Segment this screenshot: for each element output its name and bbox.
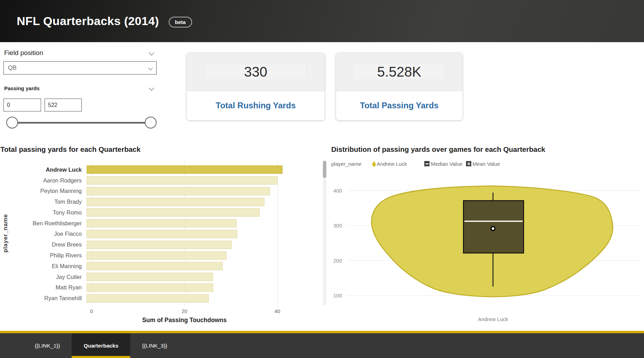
bar-row: Peyton Manning [0, 186, 294, 197]
kpi-link-rushing-yards[interactable]: Total Rushing Yards [187, 91, 325, 120]
bar-chart-plot-area: Andrew LuckAaron RodgersPeyton ManningTo… [0, 160, 294, 327]
bar-category-label: Tony Romo [0, 209, 87, 216]
page-tab-bar: {{LINK_1}} Quarterbacks {{LINK_3}} [0, 333, 644, 358]
kpi-link-passing-yards[interactable]: Total Passing Yards [336, 91, 462, 120]
kpi-card-passing-yards: 5.528K Total Passing Yards [336, 53, 462, 120]
violin-plot [331, 150, 644, 331]
bar[interactable] [87, 273, 213, 281]
bar-category-label: Jay Cutler [0, 274, 87, 280]
bar-row: Tom Brady [0, 196, 294, 207]
bar-row: Ryan Tannehill [0, 293, 294, 304]
dashboard: NFL Quarterbacks (2014) beta Field posit… [0, 0, 644, 358]
bar-row: Joe Flacco [0, 229, 294, 240]
kpi-value: 330 [205, 64, 306, 80]
bar[interactable] [87, 251, 226, 260]
bar[interactable] [87, 176, 278, 185]
bar-chart-rows: Andrew LuckAaron RodgersPeyton ManningTo… [0, 164, 294, 304]
bar-row: Drew Brees [0, 239, 294, 250]
legend-scrollbar-thumb[interactable] [323, 161, 326, 178]
passing-yards-min-input[interactable] [3, 99, 41, 111]
kpi-value-area: 330 [187, 53, 325, 91]
beta-badge: beta [169, 17, 192, 28]
bar-category-label: Joe Flacco [0, 231, 87, 237]
bar-category-label: Aaron Rodgers [0, 177, 87, 184]
page-title: NFL Quarterbacks (2014) [17, 14, 159, 28]
field-position-label: Field position [4, 49, 43, 57]
bar-category-label: Andrew Luck [0, 166, 87, 173]
field-position-dropdown[interactable]: QB [3, 61, 157, 75]
kpi-value: 5.528K [353, 64, 445, 80]
bar-category-label: Eli Manning [0, 263, 87, 270]
x-axis-tick-label: 40 [275, 308, 280, 314]
bar[interactable] [87, 187, 270, 195]
accent-divider [0, 331, 644, 333]
bar-chart-title: Total passing yards for each Quarterback [0, 145, 141, 154]
bar[interactable] [87, 219, 237, 227]
kpi-value-area: 5.528K [336, 53, 462, 91]
bar[interactable] [87, 165, 283, 174]
bar[interactable] [87, 208, 260, 217]
bar-category-label: Tom Brady [0, 199, 87, 205]
field-position-value: QB [8, 64, 17, 71]
range-slider-handle-min[interactable] [6, 117, 18, 129]
kpi-card-rushing-yards: 330 Total Rushing Yards [187, 53, 325, 120]
range-slider-track[interactable] [12, 122, 151, 124]
bar-category-label: Ben Roethlisberger [0, 220, 87, 227]
bar-category-label: Drew Brees [0, 241, 87, 248]
bar-row: Matt Ryan [0, 282, 294, 293]
mean-marker [491, 227, 495, 231]
bar-category-label: Peyton Manning [0, 188, 87, 194]
distribution-x-category-label: Andrew Luck [458, 316, 528, 322]
bar-category-label: Matt Ryan [0, 284, 87, 291]
tab-quarterbacks[interactable]: Quarterbacks [72, 333, 130, 358]
bar[interactable] [87, 230, 237, 238]
chevron-down-icon [148, 66, 153, 70]
bar[interactable] [87, 262, 223, 270]
bar[interactable] [87, 283, 213, 292]
range-slider-handle-max[interactable] [145, 117, 157, 129]
passing-yards-max-input[interactable] [45, 99, 82, 111]
distribution-plot-area: 100200300400 [331, 150, 644, 331]
app-header: NFL Quarterbacks (2014) beta [0, 0, 644, 42]
x-axis-tick-label: 0 [90, 308, 93, 314]
bar[interactable] [87, 294, 209, 303]
bar-row: Andrew Luck [0, 164, 294, 175]
bar-row: Ben Roethlisberger [0, 218, 294, 229]
bar-row: Philip Rivers [0, 250, 294, 261]
bar-row: Eli Manning [0, 261, 294, 272]
bar-row: Jay Cutler [0, 272, 294, 282]
bar[interactable] [87, 241, 232, 249]
bar-chart-x-axis-label: Sum of Passing Touchdowns [92, 317, 277, 324]
tab-link-3[interactable]: {{LINK_3}} [130, 333, 179, 358]
x-axis-tick-label: 20 [182, 308, 188, 314]
field-position-collapse-chevron-icon[interactable] [149, 50, 154, 56]
bar-category-label: Ryan Tannehill [0, 295, 87, 302]
legend-scrollbar-track[interactable] [323, 160, 326, 305]
passing-yards-label: Passing yards [4, 85, 40, 91]
bar-row: Aaron Rodgers [0, 175, 294, 186]
passing-yards-collapse-chevron-icon[interactable] [149, 85, 154, 91]
bar-category-label: Philip Rivers [0, 252, 87, 259]
bar[interactable] [87, 198, 264, 206]
tab-link-1[interactable]: {{LINK_1}} [23, 333, 72, 358]
bar-row: Tony Romo [0, 207, 294, 218]
